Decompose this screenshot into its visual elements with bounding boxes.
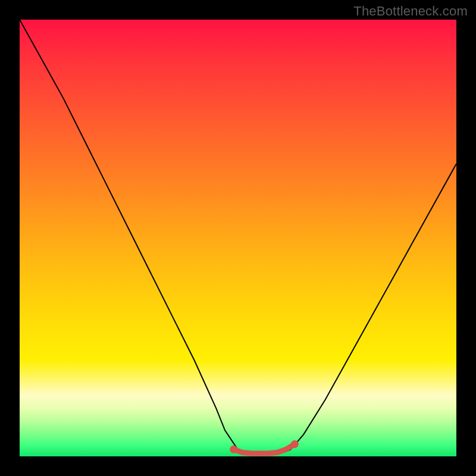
plot-area xyxy=(20,20,456,456)
optimal-range-endpoint xyxy=(230,446,237,453)
outer-frame: TheBottleneck.com xyxy=(0,0,476,476)
chart-svg xyxy=(20,20,456,456)
optimal-range-marker xyxy=(230,440,299,453)
bottleneck-curve-line xyxy=(20,20,456,454)
optimal-range-endpoint xyxy=(291,440,299,448)
optimal-range-line xyxy=(234,444,295,453)
watermark-text: TheBottleneck.com xyxy=(353,4,468,19)
